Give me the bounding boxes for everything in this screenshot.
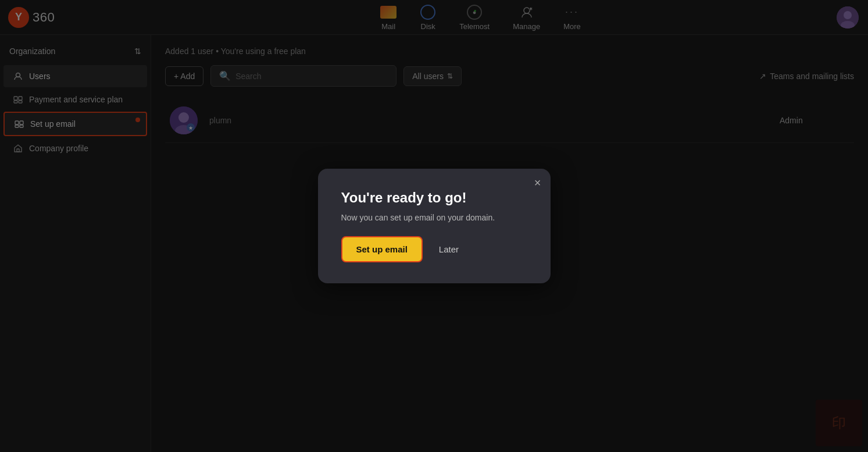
later-button[interactable]: Later	[430, 237, 468, 261]
modal: × You're ready to go! Now you can set up…	[318, 169, 551, 283]
modal-description: Now you can set up email on your domain.	[341, 213, 527, 222]
modal-title: You're ready to go!	[341, 190, 527, 206]
setup-email-button[interactable]: Set up email	[341, 236, 423, 262]
modal-overlay: × You're ready to go! Now you can set up…	[0, 0, 868, 452]
modal-close-button[interactable]: ×	[534, 177, 541, 188]
modal-actions: Set up email Later	[341, 236, 527, 262]
